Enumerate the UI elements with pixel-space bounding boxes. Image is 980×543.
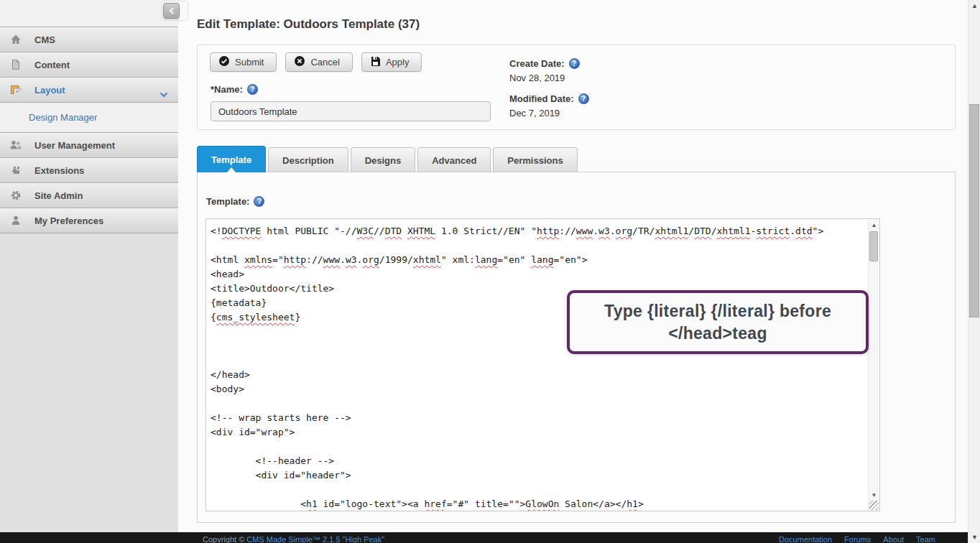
tab-description[interactable]: Description (268, 147, 348, 172)
help-icon[interactable] (247, 84, 258, 95)
footer-link-team[interactable]: Team (916, 535, 935, 543)
apply-button[interactable]: Apply (361, 52, 422, 72)
scroll-down-arrow-icon[interactable]: ▼ (969, 532, 980, 543)
code-line: <div id="wrap"> (211, 425, 865, 440)
sidebar-item-content[interactable]: Content (0, 52, 178, 78)
sidebar-item-layout[interactable]: Layout (0, 78, 178, 103)
footer-link-forums[interactable]: Forums (844, 535, 871, 543)
footer-link-documentation[interactable]: Documentation (779, 535, 832, 543)
sidebar-collapse-button[interactable] (163, 3, 180, 19)
editor-scrollbar[interactable]: ▲ ▼ (868, 220, 879, 510)
code-line (211, 353, 865, 368)
layout-icon (9, 84, 22, 96)
code-line: <head> (211, 267, 865, 282)
sidebar-item-user-management[interactable]: User Management (0, 133, 178, 158)
sidebar-item-cms[interactable]: CMS (0, 27, 178, 52)
x-circle-icon (295, 56, 305, 68)
tab-bar: Template Description Designs Advanced Pe… (197, 146, 578, 172)
sidebar-item-site-admin[interactable]: Site Admin (0, 183, 178, 208)
code-line: <!DOCTYPE html PUBLIC "-//W3C//DTD XHTML… (211, 224, 865, 238)
scroll-up-arrow-icon[interactable]: ▲ (869, 220, 879, 230)
tab-designs[interactable]: Designs (351, 147, 416, 172)
tab-advanced[interactable]: Advanced (417, 147, 491, 172)
template-form-panel: Submit Cancel Apply *Name: Create Date: … (197, 45, 956, 130)
page-title: Edit Template: Outdoors Template (37) (197, 17, 420, 32)
annotation-line2: </head>teag (668, 322, 767, 345)
sidebar-menu: CMS Content Layout Design Manager User M… (0, 27, 178, 233)
sidebar-header (0, 0, 178, 27)
sidebar-item-extensions[interactable]: Extensions (0, 158, 178, 183)
submit-button[interactable]: Submit (210, 52, 277, 72)
help-icon[interactable] (578, 93, 589, 104)
gear-icon (9, 190, 22, 201)
sidebar-item-my-preferences[interactable]: My Preferences (0, 208, 178, 233)
chevron-left-icon (169, 4, 175, 17)
browser-scrollbar[interactable]: ▲ ▼ (968, 0, 980, 543)
chevron-down-icon (160, 88, 168, 101)
puzzle-icon (9, 164, 22, 176)
copyright-text: Copyright © (203, 535, 246, 543)
code-line: <div id="header"> (211, 468, 865, 483)
name-input[interactable] (211, 101, 491, 121)
cancel-button[interactable]: Cancel (285, 52, 352, 72)
template-code-editor[interactable]: <!DOCTYPE html PUBLIC "-//W3C//DTD XHTML… (205, 218, 880, 511)
tab-permissions[interactable]: Permissions (493, 147, 577, 172)
create-date-label: Create Date: (509, 58, 589, 69)
document-icon (9, 59, 22, 70)
floppy-icon (371, 57, 380, 68)
code-line (211, 396, 865, 411)
footer-links: DocumentationForumsAboutTeam (779, 535, 935, 543)
users-icon (9, 139, 22, 151)
browser-scrollbar-thumb[interactable] (969, 104, 979, 317)
help-icon[interactable] (254, 196, 264, 207)
main-content: Edit Template: Outdoors Template (37) Su… (178, 0, 968, 532)
help-icon[interactable] (569, 58, 580, 69)
sidebar-item-design-manager[interactable]: Design Manager (0, 103, 178, 133)
resize-grip[interactable] (869, 501, 879, 510)
code-line (211, 483, 865, 497)
modified-date-value: Dec 7, 2019 (509, 108, 589, 119)
code-line: </head> (211, 368, 865, 382)
person-icon (9, 215, 22, 226)
code-line (211, 238, 865, 253)
form-buttons: Submit Cancel Apply (210, 52, 422, 72)
name-field-label: *Name: (211, 84, 258, 95)
code-line: <h1 id="logo-text"><a href="#" title="">… (211, 497, 865, 511)
code-line: <body> (211, 382, 865, 396)
footer: Copyright © CMS Made Simple™ 2.1.5 "High… (0, 532, 968, 543)
code-line: <!-- wrap starts here --> (211, 411, 865, 425)
editor-scrollbar-thumb[interactable] (869, 231, 878, 261)
check-circle-icon (219, 56, 229, 68)
tab-template[interactable]: Template (197, 146, 266, 172)
home-icon (9, 34, 22, 45)
scroll-down-arrow-icon[interactable]: ▼ (869, 490, 879, 500)
create-date-value: Nov 28, 2019 (509, 73, 589, 83)
footer-link-about[interactable]: About (883, 535, 904, 543)
code-line: <!--header --> (211, 454, 865, 468)
modified-date-label: Modified Date: (509, 93, 589, 104)
copyright-link[interactable]: CMS Made Simple™ 2.1.5 "High Peak" (246, 535, 384, 543)
code-line (211, 440, 865, 454)
sidebar: CMS Content Layout Design Manager User M… (0, 0, 178, 532)
scroll-up-arrow-icon[interactable]: ▲ (969, 0, 980, 11)
annotation-callout: Type {literal} {/literal} before </head>… (567, 290, 869, 354)
code-line: <html xmlns="http://www.w3.org/1999/xhtm… (211, 253, 865, 267)
date-info: Create Date: Nov 28, 2019 Modified Date:… (509, 58, 589, 129)
template-editor-label: Template: (206, 196, 264, 207)
annotation-line1: Type {literal} {/literal} before (604, 300, 831, 322)
code-content: <!DOCTYPE html PUBLIC "-//W3C//DTD XHTML… (206, 219, 868, 511)
